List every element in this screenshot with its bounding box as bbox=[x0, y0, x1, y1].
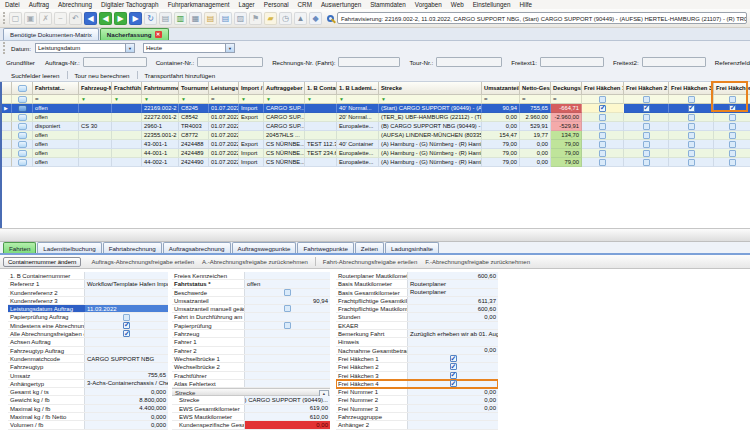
cell-ums[interactable]: 79,00 bbox=[482, 140, 520, 149]
field-value[interactable] bbox=[245, 347, 330, 354]
filter-cell-tnr[interactable]: ▼ bbox=[179, 95, 209, 104]
print-icon[interactable]: ▤ bbox=[159, 12, 172, 25]
grundfilter-button[interactable]: Grundfilter bbox=[6, 59, 35, 66]
field-value[interactable] bbox=[408, 355, 498, 362]
cell-ld[interactable]: 01.07.2022 bbox=[209, 131, 239, 140]
cell-fh4[interactable] bbox=[714, 122, 750, 131]
checkbox[interactable] bbox=[599, 105, 606, 112]
field-value[interactable] bbox=[245, 289, 330, 296]
checkbox[interactable] bbox=[688, 141, 695, 148]
cell-check[interactable] bbox=[12, 113, 33, 122]
field-value[interactable]: Routenplaner bbox=[408, 280, 498, 287]
field-value[interactable]: 90,94 bbox=[245, 297, 330, 304]
cell-cont[interactable] bbox=[305, 158, 337, 167]
filter-cell-ie[interactable]: ▼ bbox=[239, 95, 264, 104]
row-checkbox-icon[interactable] bbox=[18, 141, 27, 148]
cell-ld[interactable]: 01.07.2022 bbox=[209, 113, 239, 122]
cell-ag[interactable]: CARGO SUP... bbox=[264, 122, 305, 131]
cell-status[interactable]: offen bbox=[33, 140, 79, 149]
cell-rowind[interactable] bbox=[2, 140, 12, 149]
checkbox[interactable] bbox=[284, 322, 291, 329]
cell-status[interactable]: offen bbox=[33, 104, 79, 113]
cell-ff[interactable] bbox=[112, 149, 142, 158]
field-value[interactable]: 4.400,000 bbox=[85, 405, 168, 412]
cell-ff[interactable] bbox=[112, 140, 142, 149]
checkbox[interactable] bbox=[643, 141, 650, 148]
field-value[interactable] bbox=[408, 338, 498, 345]
cell-fzm[interactable] bbox=[79, 113, 112, 122]
field-value[interactable] bbox=[408, 413, 498, 420]
checkbox[interactable] bbox=[688, 105, 695, 112]
cell-strecke[interactable]: (A) Hamburg - (G) Nürnberg - (R) Hamburg bbox=[379, 140, 482, 149]
filter-cell-lad[interactable]: ▼ bbox=[337, 95, 379, 104]
cell-rowind[interactable]: ▶ bbox=[2, 104, 12, 113]
button-auftrags-abrechnungsfreigabe-erteilen[interactable]: Auftrags-Abrechnungsfreigabe erteilen bbox=[87, 258, 198, 266]
filter-field-input[interactable] bbox=[338, 57, 400, 67]
filter-cell-cont[interactable]: ▼ bbox=[305, 95, 337, 104]
signpost-icon[interactable]: ⚑ bbox=[249, 12, 262, 25]
filter-cell-ums[interactable]: = bbox=[482, 95, 520, 104]
nav-last-icon[interactable]: ▶ bbox=[129, 12, 142, 25]
cell-lad[interactable]: 40' Normal... bbox=[337, 104, 379, 113]
field-value[interactable]: 0,00 bbox=[245, 421, 330, 428]
column-header-tnr[interactable]: Tournummer bbox=[179, 82, 209, 95]
cell-ie[interactable] bbox=[239, 122, 264, 131]
cell-ld[interactable]: 01.07.2022 bbox=[209, 149, 239, 158]
doc-tab-active[interactable]: Nacherfassung✕ bbox=[100, 28, 169, 40]
cell-fh4[interactable] bbox=[714, 113, 750, 122]
report-icon[interactable]: ▦ bbox=[189, 12, 202, 25]
undo-icon[interactable]: ↶ bbox=[69, 12, 82, 25]
cell-check[interactable] bbox=[12, 149, 33, 158]
cell-ff[interactable] bbox=[112, 122, 142, 131]
field-value[interactable]: 8.800,000 bbox=[85, 396, 168, 403]
filter-cell-db[interactable]: = bbox=[551, 95, 582, 104]
delete-icon[interactable]: ✗ bbox=[39, 12, 52, 25]
checkbox[interactable] bbox=[729, 132, 736, 139]
row-checkbox-icon[interactable] bbox=[18, 132, 27, 139]
cell-ums[interactable]: 154,47 bbox=[482, 131, 520, 140]
column-header-fh3[interactable]: Frei Häkchen 3 bbox=[669, 82, 714, 95]
chevron-down-icon[interactable]: ▼ bbox=[225, 44, 234, 52]
column-header-db[interactable]: Deckungsbe... bbox=[551, 82, 582, 95]
cell-ag[interactable]: CS NÜRNBE... bbox=[264, 140, 305, 149]
cell-fzm[interactable]: CS 30 bbox=[79, 122, 112, 131]
filter-cell-check[interactable] bbox=[12, 95, 33, 104]
cell-ag[interactable]: CARGO SUP... bbox=[264, 104, 305, 113]
cell-db[interactable]: -664,71 bbox=[551, 104, 582, 113]
cell-fh1[interactable] bbox=[582, 122, 624, 131]
cell-db[interactable]: 134,70 bbox=[551, 131, 582, 140]
column-header-fzm[interactable]: Fahrzeug-M... bbox=[79, 82, 112, 95]
cell-ums[interactable]: 0,00 bbox=[482, 113, 520, 122]
cell-ld[interactable]: 01.07.2022 bbox=[209, 140, 239, 149]
cell-lad[interactable]: 20' Normal... bbox=[337, 113, 379, 122]
barcode-icon[interactable]: ▥ bbox=[174, 12, 187, 25]
history-icon[interactable]: ◷ bbox=[279, 12, 292, 25]
grid-horizontal-scrollbar[interactable] bbox=[0, 228, 750, 242]
filter-cell-fnr[interactable]: ▼ bbox=[142, 95, 179, 104]
column-header-strecke[interactable]: Strecke bbox=[379, 82, 482, 95]
cell-ag[interactable]: CARGO SUP... bbox=[264, 113, 305, 122]
checkbox[interactable] bbox=[123, 314, 130, 321]
filter-cell-fh3[interactable] bbox=[669, 95, 714, 104]
filter-field-input[interactable] bbox=[436, 57, 502, 67]
checkbox[interactable] bbox=[643, 114, 650, 121]
cell-check[interactable] bbox=[12, 104, 33, 113]
cell-ag[interactable]: 20457HLS ... bbox=[264, 131, 305, 140]
column-header-fh4[interactable]: Frei Häkchen 4 bbox=[714, 82, 750, 95]
cell-fh2[interactable] bbox=[624, 122, 669, 131]
field-value[interactable] bbox=[245, 372, 330, 379]
filter-field-input[interactable] bbox=[197, 57, 263, 67]
cell-fh1[interactable] bbox=[582, 131, 624, 140]
cell-fzm[interactable] bbox=[79, 140, 112, 149]
checkbox[interactable] bbox=[729, 123, 736, 130]
cell-ff[interactable] bbox=[112, 104, 142, 113]
cell-lad[interactable] bbox=[337, 131, 379, 140]
cell-fh1[interactable] bbox=[582, 113, 624, 122]
field-value[interactable]: 600,60 bbox=[408, 305, 498, 312]
column-header-cont[interactable]: 1. B Contai... bbox=[305, 82, 337, 95]
print-preview-icon[interactable]: ▤ bbox=[204, 12, 217, 25]
cell-netto[interactable]: 755,65 bbox=[520, 104, 551, 113]
field-value[interactable]: 0,00 bbox=[408, 396, 498, 403]
column-header-fh2[interactable]: Frei Häkchen 2 bbox=[624, 82, 669, 95]
field-value[interactable] bbox=[85, 347, 168, 354]
